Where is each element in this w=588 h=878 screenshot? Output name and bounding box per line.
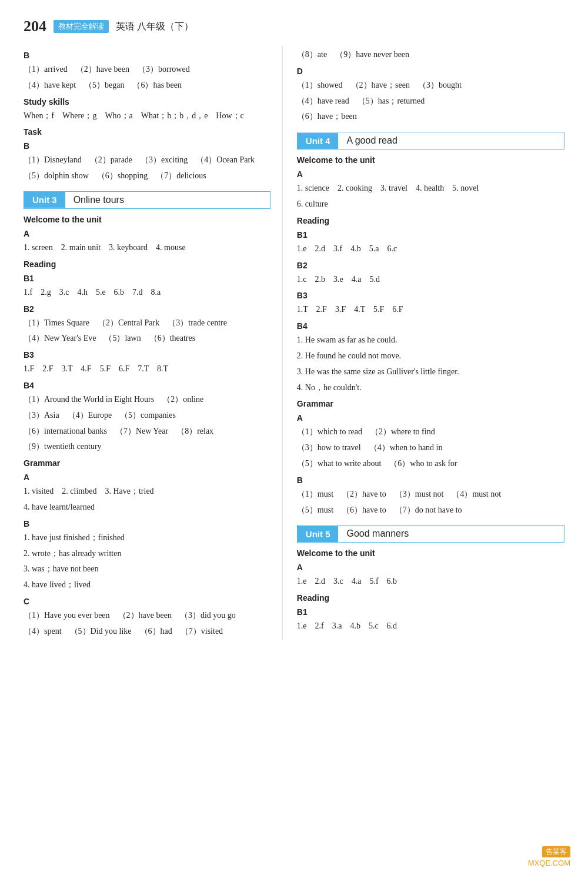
unit4-b3-line: 1.T 2.F 3.F 4.T 5.F 6.F bbox=[297, 302, 564, 317]
unit4-b3-label: B3 bbox=[297, 291, 564, 300]
unit3-ga-label: A bbox=[24, 473, 270, 482]
unit3-reading-label: Reading bbox=[24, 260, 270, 269]
unit5-b1-line: 1.e 2.f 3.a 4.b 5.c 6.d bbox=[297, 619, 564, 633]
task-b-label: B bbox=[24, 141, 270, 151]
unit4-welcome: Welcome to the unit bbox=[297, 155, 564, 165]
left-column: B （1）arrived （2）have been （3）borrowed （4… bbox=[24, 46, 283, 640]
unit4-b4-line2: 2. He found he could not move. bbox=[297, 349, 564, 363]
unit4-badge: Unit 4 bbox=[298, 133, 339, 149]
right-d-line2: （4）have read （5）has；returned bbox=[297, 94, 564, 108]
unit4-b4-line3: 3. He was the same size as Gulliver's li… bbox=[297, 365, 564, 379]
unit3-gc-line1: （1）Have you ever been （2）have been （3）di… bbox=[24, 608, 270, 623]
intro-b-line2: （4）have kept （5）began （6）has been bbox=[24, 78, 270, 92]
unit4-b4-line4: 4. No，he couldn't. bbox=[297, 381, 564, 395]
unit3-gb-line3: 3. was；have not been bbox=[24, 562, 270, 576]
unit3-b4-label: B4 bbox=[24, 381, 270, 390]
right-d-line1: （1）showed （2）have；seen （3）bought bbox=[297, 78, 564, 92]
unit3-ga-line2: 4. have learnt/learned bbox=[24, 500, 270, 514]
unit5-name: Good manners bbox=[338, 526, 417, 542]
intro-b-section: B （1）arrived （2）have been （3）borrowed （4… bbox=[24, 51, 270, 92]
task-label: Task bbox=[24, 127, 270, 137]
unit5-welcome: Welcome to the unit bbox=[297, 548, 564, 558]
unit3-gb-line1: 1. have just finished；finished bbox=[24, 531, 270, 545]
watermark-bottom: MXQE.COM bbox=[528, 859, 570, 867]
header-badge: 教材完全解读 bbox=[54, 20, 109, 33]
unit4-ga-line3: （5）what to write about （6）who to ask for bbox=[297, 457, 564, 471]
unit4-name: A good read bbox=[338, 132, 405, 149]
unit4-b2-line: 1.c 2.b 3.e 4.a 5.d bbox=[297, 272, 564, 287]
unit3-header: Unit 3 Online tours bbox=[24, 191, 270, 209]
unit3-badge: Unit 3 bbox=[24, 192, 65, 208]
intro-b-line1: （1）arrived （2）have been （3）borrowed bbox=[24, 62, 270, 77]
unit4-b1-label: B1 bbox=[297, 230, 564, 240]
unit4-b2-label: B2 bbox=[297, 261, 564, 270]
study-skills-line: When；f Where；g Who；a What；h；b，d，e How；c bbox=[24, 109, 270, 123]
watermark: 告某客 MXQE.COM bbox=[528, 846, 570, 867]
unit3-welcome: Welcome to the unit bbox=[24, 215, 270, 224]
right-intro-line1: （8）ate （9）have never been bbox=[297, 48, 564, 62]
unit4-b4-line1: 1. He swam as far as he could. bbox=[297, 333, 564, 347]
unit3-b4-line4: （9）twentieth century bbox=[24, 440, 270, 454]
unit3-b2-label: B2 bbox=[24, 304, 270, 314]
unit4-gb-label: B bbox=[297, 475, 564, 485]
study-skills-section: Study skills When；f Where；g Who；a What；h… bbox=[24, 97, 270, 123]
study-skills-label: Study skills bbox=[24, 97, 270, 107]
unit5-header: Unit 5 Good manners bbox=[297, 525, 564, 543]
unit4-b4-label: B4 bbox=[297, 321, 564, 331]
unit4-gb-line1: （1）must （2）have to （3）must not （4）must n… bbox=[297, 487, 564, 501]
unit3-b3-line: 1.F 2.F 3.T 4.F 5.F 6.F 7.T 8.T bbox=[24, 362, 270, 376]
unit3-ga-line1: 1. visited 2. climbed 3. Have；tried bbox=[24, 484, 270, 498]
header-subject: 英语 八年级（下） bbox=[116, 21, 193, 33]
unit3-b4-line3: （6）international banks （7）New Year （8）re… bbox=[24, 424, 270, 438]
unit5-a-line: 1.e 2.d 3.c 4.a 5.f 6.b bbox=[297, 574, 564, 588]
unit4-ga-label: A bbox=[297, 413, 564, 423]
task-section: Task B （1）Disneyland （2）parade （3）exciti… bbox=[24, 127, 270, 183]
page-header: 204 教材完全解读 英语 八年级（下） bbox=[24, 18, 564, 35]
right-d-line3: （6）have；been bbox=[297, 109, 564, 124]
right-d-label: D bbox=[297, 66, 564, 76]
unit3-a-line: 1. screen 2. main unit 3. keyboard 4. mo… bbox=[24, 241, 270, 255]
unit3-a-label: A bbox=[24, 229, 270, 238]
unit4-gb-line2: （5）must （6）have to （7）do not have to bbox=[297, 503, 564, 517]
unit4-a-label: A bbox=[297, 169, 564, 179]
unit3-b4-line2: （3）Asia （4）Europe （5）companies bbox=[24, 408, 270, 423]
unit5-a-label: A bbox=[297, 563, 564, 572]
watermark-top: 告某客 bbox=[542, 846, 570, 857]
unit3-b4-line1: （1）Around the World in Eight Hours （2）on… bbox=[24, 393, 270, 407]
unit3-name: Online tours bbox=[65, 192, 132, 208]
intro-b-label: B bbox=[24, 51, 270, 60]
unit3-gc-line2: （4）spent （5）Did you like （6）had （7）visit… bbox=[24, 624, 270, 638]
unit4-ga-line1: （1）which to read （2）where to find bbox=[297, 425, 564, 439]
unit3-grammar-label: Grammar bbox=[24, 458, 270, 468]
unit5-b1-label: B1 bbox=[297, 607, 564, 617]
unit4-a-line1: 1. science 2. cooking 3. travel 4. healt… bbox=[297, 181, 564, 195]
right-intro-section: （8）ate （9）have never been D （1）showed （2… bbox=[297, 48, 564, 124]
task-b-line1: （1）Disneyland （2）parade （3）exciting （4）O… bbox=[24, 153, 270, 167]
task-b-line2: （5）dolphin show （6）shopping （7）delicious bbox=[24, 169, 270, 183]
unit3-gb-line2: 2. wrote；has already written bbox=[24, 547, 270, 561]
unit3-gb-line4: 4. have lived；lived bbox=[24, 578, 270, 592]
unit4-b1-line: 1.e 2.d 3.f 4.b 5.a 6.c bbox=[297, 242, 564, 256]
right-column: （8）ate （9）have never been D （1）showed （2… bbox=[283, 46, 564, 640]
unit4-a-line2: 6. culture bbox=[297, 197, 564, 211]
unit4-grammar-label: Grammar bbox=[297, 399, 564, 408]
unit5-badge: Unit 5 bbox=[298, 526, 339, 542]
unit5-reading-label: Reading bbox=[297, 593, 564, 603]
unit4-header: Unit 4 A good read bbox=[297, 132, 564, 149]
unit3-b2-line2: （4）New Year's Eve （5）lawn （6）theatres bbox=[24, 331, 270, 345]
unit3-gc-label: C bbox=[24, 597, 270, 606]
unit3-b2-line1: （1）Times Square （2）Central Park （3）trade… bbox=[24, 316, 270, 330]
unit3-gb-label: B bbox=[24, 519, 270, 528]
unit4-reading-label: Reading bbox=[297, 216, 564, 225]
page-number: 204 bbox=[24, 18, 46, 35]
unit4-ga-line2: （3）how to travel （4）when to hand in bbox=[297, 441, 564, 455]
unit3-b1-label: B1 bbox=[24, 274, 270, 283]
unit3-b1-line: 1.f 2.g 3.c 4.h 5.e 6.b 7.d 8.a bbox=[24, 285, 270, 300]
unit3-b3-label: B3 bbox=[24, 350, 270, 360]
